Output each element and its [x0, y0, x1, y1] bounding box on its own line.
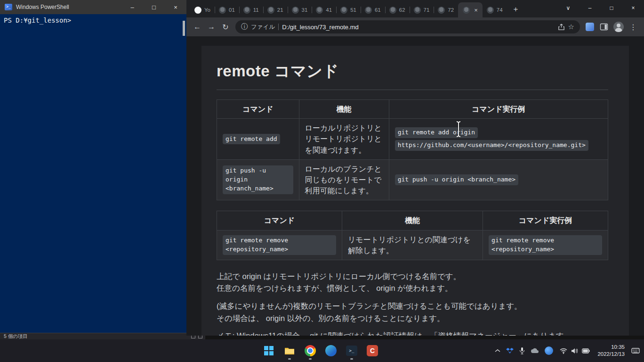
powershell-title: Windows PowerShell: [16, 4, 69, 10]
paragraph-origin-naming: 上記で origin はリモートリポジトリにローカル側でつける名前です。 任意の…: [217, 271, 608, 295]
scheme-label: ファイル: [251, 23, 275, 31]
table-row: git remote remove <repository_name> リモート…: [217, 230, 608, 260]
battery-icon: [582, 348, 590, 354]
taskbar-icon-app-c[interactable]: C: [363, 341, 382, 360]
tab-search-chevron-icon[interactable]: ∨: [557, 0, 579, 16]
info-icon[interactable]: ⓘ: [241, 23, 248, 31]
tab-71[interactable]: 71: [410, 2, 434, 17]
tab-strip: Yo 01 11 21 31 41 51 61 62 71 72 × 74 + …: [186, 0, 644, 17]
side-panel-icon[interactable]: [600, 23, 608, 31]
tab-close-icon[interactable]: ×: [474, 7, 478, 14]
app-tray-icon[interactable]: [542, 342, 555, 359]
tab-51[interactable]: 51: [336, 2, 361, 17]
tab-21[interactable]: 21: [263, 2, 288, 17]
page-favicon: [487, 7, 494, 14]
tab-61[interactable]: 61: [361, 2, 385, 17]
taskbar-icon-edge[interactable]: [322, 341, 340, 360]
table-row: git remote add ローカルリポジトリとリモートリポジトリとを関連づけ…: [217, 119, 608, 160]
terminal-icon: >_: [346, 346, 357, 356]
page-favicon: [438, 7, 445, 14]
page-favicon: [316, 7, 323, 14]
tab-label: 11: [253, 7, 259, 13]
powershell-prompt: PS D:¥git_lesson>: [4, 16, 71, 24]
tab-label: 21: [277, 7, 283, 13]
page-favicon: [243, 7, 250, 14]
start-button[interactable]: [259, 341, 278, 360]
close-button[interactable]: ×: [165, 0, 186, 14]
column-header: コマンド実行例: [483, 211, 608, 230]
tab-label: 61: [375, 7, 381, 13]
tab-label: 31: [302, 7, 308, 13]
tab-72[interactable]: 72: [434, 2, 458, 17]
maximize-button[interactable]: □: [601, 0, 622, 16]
taskbar-icon-explorer[interactable]: [280, 341, 299, 360]
example-code: git remote remove <repository_name>: [489, 235, 602, 255]
share-icon[interactable]: [558, 24, 565, 31]
touch-keyboard-icon[interactable]: [629, 342, 642, 359]
remote-remove-table: コマンド 機能 コマンド実行例 git remote remove <repos…: [217, 211, 608, 260]
command-description: ローカルのブランチと同じものをリモートで利用可能にします。: [299, 159, 389, 200]
command-code: git push -u origin <branch_name>: [223, 165, 293, 194]
taskbar-icon-chrome[interactable]: [301, 341, 320, 360]
github-icon: [194, 7, 201, 14]
profile-avatar[interactable]: [613, 22, 624, 32]
back-button[interactable]: ←: [190, 20, 204, 34]
running-indicator: [288, 358, 291, 360]
command-description: リモートリポジトリとの関連づけを解除します。: [342, 230, 483, 260]
paragraph-line: その場合は、 origin 以外の、別の名前をつけることになります。: [217, 313, 608, 325]
example-code: https://github.com/<username>/<repositor…: [395, 140, 588, 151]
minimize-button[interactable]: –: [121, 0, 143, 14]
tab-31[interactable]: 31: [288, 2, 312, 17]
extension-icon[interactable]: [586, 23, 594, 31]
tab-label: 41: [326, 7, 332, 13]
quick-settings-button[interactable]: [556, 342, 593, 359]
browser-window: Yo 01 11 21 31 41 51 61 62 71 72 × 74 + …: [186, 0, 644, 336]
reload-button[interactable]: ↻: [218, 20, 233, 34]
page-favicon: [365, 7, 372, 14]
scrollbar-thumb[interactable]: [183, 21, 185, 36]
minimize-button[interactable]: –: [579, 0, 601, 16]
command-description: ローカルリポジトリとリモートリポジトリとを関連づけます。: [299, 119, 389, 160]
tab-74[interactable]: 74: [483, 2, 507, 17]
example-code: git remote add origin: [395, 127, 478, 138]
page-favicon: [414, 7, 421, 14]
folder-icon: [284, 345, 295, 356]
blue-circle-icon: [545, 346, 553, 355]
taskbar-clock[interactable]: 10:35 2022/12/13: [594, 344, 628, 358]
page-favicon: [340, 7, 347, 14]
close-button[interactable]: ×: [622, 0, 644, 16]
address-bar[interactable]: ⓘ ファイル D:/git_lesson/73_remote.md ☆: [235, 20, 580, 33]
tray-overflow-chevron-icon[interactable]: [492, 342, 503, 359]
address-divider: [278, 24, 279, 30]
taskbar: >_ C: [0, 339, 644, 362]
page-favicon: [219, 7, 226, 14]
cloud-sync-icon[interactable]: [528, 342, 541, 359]
example-code: git push -u origin <branch_name>: [395, 174, 518, 185]
maximize-button[interactable]: □: [143, 0, 165, 14]
tab-label: 71: [424, 7, 430, 13]
page-title: remote コマンド: [217, 61, 608, 82]
column-header: コマンド実行例: [389, 100, 608, 119]
column-header: 機能: [342, 211, 483, 230]
microphone-icon[interactable]: [517, 342, 527, 359]
paragraph-multiple-remotes: (滅多にやりませんが)複数のリモートブランチと関連づけることも可能ではあります。…: [217, 300, 608, 324]
tab-github[interactable]: Yo: [190, 2, 215, 17]
bookmark-star-icon[interactable]: ☆: [568, 23, 574, 31]
tab-11[interactable]: 11: [239, 2, 263, 17]
page-viewport[interactable]: remote コマンド コマンド 機能 コマンド実行例 git remote a…: [186, 36, 644, 336]
menu-kebab-icon[interactable]: ⋮: [626, 20, 640, 34]
powershell-terminal[interactable]: PS D:¥git_lesson>: [0, 14, 186, 333]
table-row: git push -u origin <branch_name> ローカルのブラ…: [217, 159, 608, 200]
forward-button[interactable]: →: [204, 20, 218, 34]
tab-62[interactable]: 62: [385, 2, 410, 17]
tab-01[interactable]: 01: [215, 2, 239, 17]
tab-active-73-remote[interactable]: ×: [458, 2, 483, 17]
column-header: コマンド: [217, 211, 342, 230]
tab-label: Yo: [204, 7, 210, 13]
clock-date: 2022/12/13: [597, 351, 625, 357]
wifi-icon: [560, 348, 567, 354]
tab-41[interactable]: 41: [312, 2, 336, 17]
taskbar-icon-powershell[interactable]: >_: [342, 341, 361, 360]
new-tab-button[interactable]: +: [510, 3, 522, 16]
dropbox-icon[interactable]: [504, 342, 516, 359]
